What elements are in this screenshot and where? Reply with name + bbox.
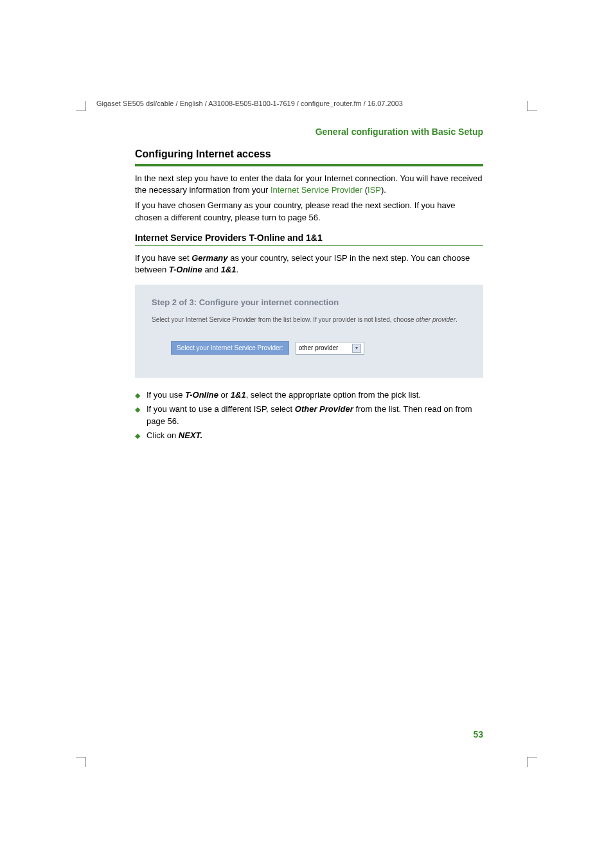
diamond-bullet-icon: ◆ — [135, 403, 140, 427]
bold-germany: Germany — [191, 253, 227, 263]
chevron-down-icon[interactable]: ▾ — [352, 344, 361, 353]
text: ). — [381, 185, 386, 195]
bold-next: NEXT. — [179, 430, 202, 440]
text: , select the appropriate option from the… — [246, 390, 421, 400]
crop-mark — [85, 101, 86, 111]
text: Click on — [147, 430, 179, 440]
section-header: General configuration with Basic Setup — [96, 127, 517, 137]
italic-other-provider: other provider — [416, 316, 456, 323]
heading-isps-germany: Internet Service Providers T-Online and … — [135, 233, 483, 243]
bold-1and1: 1&1 — [221, 265, 236, 274]
list-text: If you want to use a different ISP, sele… — [147, 403, 483, 427]
page-number: 53 — [473, 729, 483, 740]
text: or — [218, 390, 231, 400]
crop-mark — [527, 111, 537, 111]
instruction-list: ◆ If you use T-Online or 1&1, select the… — [135, 389, 483, 441]
text: If you use — [147, 390, 185, 400]
crop-mark — [85, 757, 86, 767]
text: and — [202, 265, 221, 274]
text: . — [456, 316, 458, 323]
list-text: If you use T-Online or 1&1, select the a… — [147, 389, 421, 401]
crop-mark — [527, 757, 537, 757]
wizard-screenshot: Step 2 of 3: Configure your internet con… — [135, 285, 483, 378]
isp-select[interactable]: other provider ▾ — [296, 342, 365, 355]
isp-field-row: Select your Internet Service Provider: o… — [171, 341, 466, 355]
wizard-instruction: Select your Internet Service Provider fr… — [152, 316, 466, 323]
bold-1and1: 1&1 — [231, 390, 246, 400]
text: If you have set — [135, 253, 191, 263]
crop-mark — [527, 757, 528, 767]
isp-select-value: other provider — [299, 344, 339, 351]
crop-mark — [76, 757, 86, 757]
diamond-bullet-icon: ◆ — [135, 430, 140, 441]
list-text: Click on NEXT. — [147, 430, 202, 441]
list-item: ◆ If you want to use a different ISP, se… — [135, 403, 483, 427]
isp-field-label: Select your Internet Service Provider: — [171, 341, 289, 355]
bold-tonline: T-Online — [169, 265, 202, 274]
document-path: Gigaset SE505 dsl/cable / English / A310… — [96, 100, 517, 107]
text: Select your Internet Service Provider fr… — [152, 316, 416, 323]
list-item: ◆ Click on NEXT. — [135, 430, 483, 441]
wizard-step-title: Step 2 of 3: Configure your internet con… — [152, 297, 466, 307]
text: . — [236, 265, 239, 274]
bold-tonline: T-Online — [185, 390, 218, 400]
text: ( — [362, 185, 368, 195]
paragraph-germany-isp: If you have set Germany as your country,… — [135, 252, 483, 276]
crop-mark — [527, 101, 528, 111]
heading-rule — [135, 164, 483, 166]
list-item: ◆ If you use T-Online or 1&1, select the… — [135, 389, 483, 401]
paragraph-country-note: If you have chosen Germany as your count… — [135, 200, 483, 223]
bold-other-provider: Other Provider — [295, 404, 353, 414]
text: If you want to use a different ISP, sele… — [147, 404, 295, 414]
crop-mark — [76, 111, 86, 111]
link-isp-abbrev[interactable]: ISP — [368, 185, 381, 195]
heading-rule — [135, 245, 483, 246]
heading-configuring-internet: Configuring Internet access — [135, 148, 483, 160]
paragraph-intro: In the next step you have to enter the d… — [135, 173, 483, 196]
diamond-bullet-icon: ◆ — [135, 389, 140, 401]
link-isp-expanded[interactable]: Internet Service Provider — [271, 185, 362, 195]
